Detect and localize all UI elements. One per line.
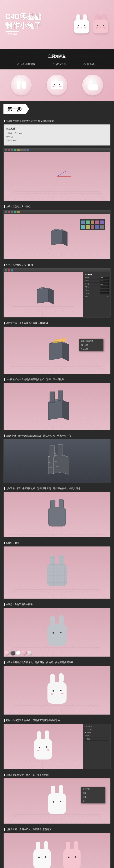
context-menu[interactable]: 循环切割 倒角 挤压 细分 — [81, 787, 105, 803]
menu-convert[interactable]: 转换可编辑对象 — [79, 339, 103, 343]
material-blush[interactable] — [22, 651, 27, 655]
svg-rect-57 — [47, 624, 67, 646]
menu-loop-cut[interactable]: 循环切割 — [81, 787, 105, 791]
bunny-smooth[interactable] — [42, 553, 72, 590]
knowledge-section: 主要知识点 手动布线建模 挤压工具 倒角细分 — [0, 49, 114, 69]
prim-pyramid[interactable] — [95, 225, 99, 229]
material-pink[interactable] — [5, 651, 9, 655]
prim-cube[interactable] — [81, 220, 85, 224]
menu-bevel[interactable]: 倒角 — [81, 791, 105, 795]
viewport[interactable] — [4, 272, 83, 317]
menu-loop[interactable]: 循环选择 — [79, 343, 103, 347]
caption-10: 在菜单栏新建灯光及摄像机，选择调色，拉地面、拉镜面选择摄像座 — [3, 659, 111, 666]
viewport[interactable] — [4, 608, 110, 656]
tool-icon[interactable] — [8, 269, 10, 272]
hierarchy-row[interactable]: ▸ 细分曲面 — [84, 725, 109, 728]
tool-icon[interactable] — [17, 211, 20, 213]
viewport[interactable] — [4, 547, 110, 598]
seg-x-input[interactable] — [100, 286, 109, 288]
seg-y-input[interactable] — [100, 289, 109, 291]
svg-point-59 — [60, 632, 62, 633]
bunny-white[interactable] — [30, 729, 56, 762]
viewport-empty[interactable] — [4, 152, 110, 201]
bunny-colored[interactable] — [43, 672, 71, 707]
prim-sphere[interactable] — [86, 220, 90, 224]
viewport[interactable]: 转换可编辑对象 循环选择 环状选择 — [4, 327, 110, 374]
hierarchy-row[interactable]: ▭ 地面 — [84, 738, 109, 741]
bullet-icon — [53, 63, 55, 65]
prim-plane[interactable] — [81, 225, 85, 229]
tool-icon[interactable] — [11, 211, 13, 213]
seg-z-input[interactable] — [100, 292, 109, 294]
viewport[interactable] — [4, 666, 110, 715]
tool-icon[interactable] — [27, 149, 29, 151]
bunny-smooth[interactable] — [43, 614, 71, 649]
tool-icon[interactable] — [17, 149, 20, 151]
viewport[interactable] — [4, 724, 83, 769]
tool-icon[interactable] — [5, 269, 7, 272]
tool-icon[interactable] — [24, 149, 26, 151]
cube-ears[interactable] — [41, 388, 73, 423]
viewport[interactable] — [4, 833, 110, 868]
menu-subdivide[interactable]: 细分 — [81, 799, 105, 803]
material-gray[interactable] — [10, 651, 15, 655]
c4d-toolbar — [4, 210, 110, 214]
context-menu[interactable]: 转换可编辑对象 循环选择 环状选择 — [79, 339, 104, 351]
shot-empty — [3, 148, 111, 201]
svg-rect-62 — [47, 682, 67, 704]
caption-6: 按住F中键，选择橙色线的右侧线上，按住ctrl移动，调出一对耳朵 — [3, 432, 111, 439]
prim-disc[interactable] — [86, 225, 90, 229]
menu-ring[interactable]: 环状选择 — [79, 347, 103, 351]
hierarchy-row[interactable]: ◆ 摄像机 — [84, 731, 109, 734]
tool-icon[interactable] — [5, 149, 7, 151]
tool-icon[interactable] — [14, 211, 16, 213]
material-slots[interactable] — [5, 651, 32, 655]
tool-icon[interactable] — [8, 211, 10, 213]
svg-point-83 — [45, 856, 46, 858]
viewport-dark[interactable] — [4, 439, 110, 483]
banner-tag: 难度初级 — [5, 31, 20, 36]
viewport[interactable] — [4, 492, 110, 537]
prim-cone[interactable] — [90, 220, 94, 224]
tool-icon[interactable] — [11, 149, 13, 151]
bunny-rough[interactable] — [43, 497, 71, 530]
cube-object[interactable] — [46, 224, 68, 247]
svg-point-4 — [84, 25, 85, 26]
svg-rect-61 — [59, 673, 64, 683]
menu-extrude[interactable]: 挤压 — [81, 795, 105, 799]
attribute-panel[interactable]: ▸ 细分曲面 └ 立方体 ◆ 摄像机 ☀ 灯光 ▭ 地面 — [83, 724, 110, 769]
tool-icon[interactable] — [5, 211, 7, 213]
viewport[interactable]: 循环切割 倒角 挤压 细分 — [4, 778, 110, 824]
viewport[interactable] — [4, 214, 110, 259]
shot-copy: ▸ 细分曲面 └ 立方体 ◆ 摄像机 ☀ 灯光 ▭ 地面 — [3, 724, 111, 769]
tool-icon[interactable] — [11, 269, 13, 272]
bunny-pink-icon — [92, 14, 109, 34]
prim-platonic[interactable] — [100, 225, 104, 229]
attribute-panel[interactable]: 立方体对象 尺寸 X 尺寸 Y 尺寸 Z 分段 X 分段 Y 分段 Z 圆角是 — [83, 272, 110, 317]
bunny-white[interactable] — [30, 840, 54, 868]
knowledge-items: 手动布线建模 挤压工具 倒角细分 — [5, 63, 109, 66]
tool-icon[interactable] — [14, 149, 16, 151]
tool-icon[interactable] — [20, 149, 23, 151]
material-white[interactable] — [16, 651, 21, 655]
prim-tube[interactable] — [90, 225, 94, 229]
primitive-palette[interactable] — [80, 219, 105, 230]
prim-cylinder[interactable] — [95, 220, 99, 224]
tool-icon[interactable] — [8, 149, 10, 151]
svg-point-66 — [61, 693, 64, 694]
material-light[interactable] — [28, 651, 32, 655]
size-z-input[interactable] — [100, 283, 109, 285]
shot-materials — [3, 666, 111, 715]
cube-ears-wire[interactable] — [41, 442, 73, 478]
viewport[interactable] — [4, 383, 110, 430]
size-y-input[interactable] — [100, 280, 109, 282]
preview-face-icon — [50, 80, 64, 90]
bunny-pink[interactable] — [60, 840, 84, 868]
hierarchy-row[interactable]: ☀ 灯光 — [84, 734, 109, 738]
hierarchy-row[interactable]: └ 立方体 — [84, 728, 109, 731]
prim-torus[interactable] — [100, 220, 104, 224]
svg-point-72 — [37, 750, 39, 751]
svg-rect-48 — [48, 507, 66, 526]
size-x-input[interactable] — [100, 277, 109, 279]
bunny-white[interactable] — [44, 784, 70, 817]
